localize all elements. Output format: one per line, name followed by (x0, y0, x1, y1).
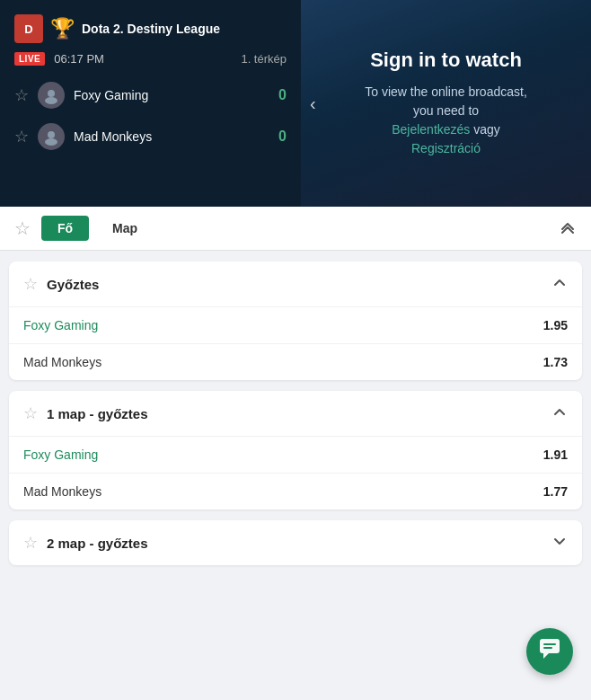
section-2map-header[interactable]: ☆ 2 map - győztes (9, 520, 582, 565)
match-meta: LIVE 06:17 PM 1. térkép (14, 52, 287, 66)
section-gyoztes-star-icon[interactable]: ☆ (23, 274, 38, 294)
match-header: D 🏆 Dota 2. Destiny League (14, 14, 287, 43)
team2-name: Mad Monkeys (74, 129, 260, 144)
match-time: 06:17 PM (54, 52, 104, 66)
svg-rect-6 (540, 639, 560, 653)
hero-section: D 🏆 Dota 2. Destiny League LIVE 06:17 PM… (0, 0, 591, 207)
bet-team-name-gyoztes-2: Mad Monkeys (23, 355, 101, 369)
trophy-icon: 🏆 (50, 17, 75, 40)
live-badge: LIVE (14, 52, 45, 66)
svg-point-5 (45, 138, 57, 146)
team1-star-icon[interactable]: ☆ (14, 85, 29, 105)
bet-odds-1map-1: 1.91 (543, 447, 568, 462)
teams-section: ☆ Foxy Gaming 0 ☆ (14, 75, 287, 157)
toolbar-star-icon[interactable]: ☆ (14, 217, 31, 239)
content-area: ☆ Győztes Foxy Gaming 1.95 Mad Monkeys 1… (0, 261, 591, 565)
section-2map-title: 2 map - győztes (47, 536, 542, 551)
bet-row-gyoztes-1[interactable]: Foxy Gaming 1.95 (9, 306, 582, 343)
section-2map-gyoztes: ☆ 2 map - győztes (9, 520, 582, 565)
svg-point-2 (48, 90, 55, 97)
section-1map-chevron-icon[interactable] (551, 403, 568, 423)
desc-line1: To view the online broadcast, (365, 84, 527, 99)
toolbar-collapse-icon[interactable] (559, 217, 577, 240)
bet-odds-gyoztes-1: 1.95 (543, 318, 568, 332)
hero-left-panel: D 🏆 Dota 2. Destiny League LIVE 06:17 PM… (0, 0, 301, 207)
chat-icon (538, 637, 561, 666)
bet-odds-1map-2: 1.77 (543, 484, 568, 499)
bet-row-gyoztes-2[interactable]: Mad Monkeys 1.73 (9, 343, 582, 380)
team2-avatar (38, 123, 65, 150)
toolbar: ☆ Fő Map (0, 207, 591, 251)
section-2map-chevron-icon[interactable] (551, 533, 568, 553)
svg-text:D: D (24, 22, 32, 36)
desc-line2: you need to (413, 103, 479, 118)
team-row-2: ☆ Mad Monkeys 0 (14, 116, 287, 157)
bet-team-name-1map-1: Foxy Gaming (23, 447, 98, 462)
svg-point-4 (48, 131, 55, 138)
svg-rect-8 (543, 643, 556, 645)
svg-point-3 (45, 97, 57, 104)
bet-team-name-gyoztes-1: Foxy Gaming (23, 318, 98, 332)
link-separator: vagy (470, 122, 499, 137)
section-gyoztes: ☆ Győztes Foxy Gaming 1.95 Mad Monkeys 1… (9, 261, 582, 380)
bejelentkezes-link[interactable]: Bejelentkezés (392, 122, 470, 137)
hero-chevron-left-icon[interactable]: ‹ (310, 93, 316, 114)
bet-team-name-1map-2: Mad Monkeys (23, 484, 101, 499)
team1-name: Foxy Gaming (74, 88, 260, 102)
team-row-1: ☆ Foxy Gaming 0 (14, 75, 287, 116)
hero-right-panel: ‹ Sign in to watch To view the online br… (301, 0, 591, 207)
sign-in-description: To view the online broadcast, you need t… (365, 83, 527, 158)
team1-score: 0 (269, 87, 287, 103)
section-1map-star-icon[interactable]: ☆ (23, 403, 38, 423)
svg-marker-7 (543, 653, 549, 659)
regisztracio-link[interactable]: Regisztráció (411, 141, 481, 155)
section-1map-header[interactable]: ☆ 1 map - győztes (9, 391, 582, 436)
team2-star-icon[interactable]: ☆ (14, 127, 29, 146)
chat-fab-button[interactable] (526, 628, 573, 675)
section-gyoztes-title: Győztes (47, 277, 542, 292)
bet-odds-gyoztes-2: 1.73 (543, 355, 568, 369)
dota-icon: D (14, 14, 43, 43)
team1-avatar (38, 82, 65, 109)
section-gyoztes-chevron-icon[interactable] (551, 274, 568, 294)
bet-row-1map-2[interactable]: Mad Monkeys 1.77 (9, 473, 582, 509)
section-gyoztes-header[interactable]: ☆ Győztes (9, 261, 582, 306)
section-1map-gyoztes: ☆ 1 map - győztes Foxy Gaming 1.91 Mad M… (9, 391, 582, 509)
bet-row-1map-1[interactable]: Foxy Gaming 1.91 (9, 436, 582, 473)
sign-in-title: Sign in to watch (370, 49, 522, 72)
tab-fo[interactable]: Fő (41, 216, 89, 241)
section-1map-title: 1 map - győztes (47, 406, 542, 421)
section-2map-star-icon[interactable]: ☆ (23, 533, 38, 553)
map-label: 1. térkép (241, 52, 287, 66)
match-title: Dota 2. Destiny League (82, 22, 220, 36)
tab-map[interactable]: Map (96, 216, 154, 241)
team2-score: 0 (269, 128, 287, 145)
svg-rect-9 (543, 647, 552, 649)
